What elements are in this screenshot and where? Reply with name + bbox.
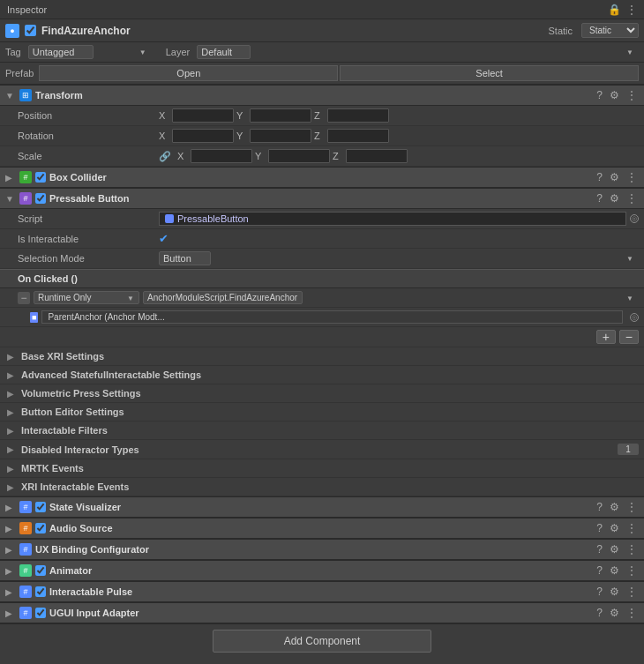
transform-settings-icon[interactable]: ⚙ [608,89,621,101]
box-collider-menu-icon[interactable]: ⋮ [625,171,639,183]
component-action-4-0[interactable]: ? [595,586,604,598]
prefab-open-button[interactable]: Open [39,65,338,81]
component-row-1: ▶#Audio Source?⚙⋮ [0,518,644,539]
add-component-row: Add Component [0,623,644,658]
selection-mode-label: Selection Mode [18,253,159,264]
component-action-0-1[interactable]: ⚙ [608,501,621,513]
add-event-button[interactable]: + [596,330,616,344]
transform-help-icon[interactable]: ? [595,89,604,101]
box-collider-arrow[interactable]: ▶ [5,173,16,183]
position-y-input[interactable]: 0.025 [250,108,311,123]
component-action-2-2[interactable]: ⋮ [625,543,639,556]
component-actions-0: ?⚙⋮ [595,501,639,513]
scale-x-input[interactable]: 1 [191,149,252,163]
runtime-only-dropdown[interactable]: Runtime Only Editor And Runtime [34,291,139,304]
layer-dropdown[interactable]: Default [197,45,251,59]
pressable-button-title: Pressable Button [49,193,591,204]
pressable-button-checkbox[interactable] [35,193,46,204]
base-xri-settings-item[interactable]: ▶ Base XRI Settings [0,347,644,366]
component-action-5-1[interactable]: ⚙ [608,607,621,619]
scale-y-input[interactable]: 1 [268,149,330,163]
box-collider-help-icon[interactable]: ? [595,171,604,183]
box-collider-checkbox[interactable] [35,172,46,183]
component-action-5-0[interactable]: ? [595,607,604,619]
remove-event-button[interactable]: − [619,330,639,344]
component-action-0-0[interactable]: ? [595,501,604,513]
volumetric-press-item[interactable]: ▶ Volumetric Press Settings [0,384,644,403]
xri-events-label: XRI Interactable Events [21,481,639,492]
component-icon-5: # [19,607,32,619]
component-action-5-2[interactable]: ⋮ [625,607,639,619]
component-arrow-2[interactable]: ▶ [5,545,16,555]
prefab-row: Prefab Open Select [0,63,644,85]
component-action-3-1[interactable]: ⚙ [608,564,621,577]
obj-ref-target-icon[interactable]: ◎ [630,313,639,322]
button-editor-item[interactable]: ▶ Button Editor Settings [0,403,644,422]
component-arrow-4[interactable]: ▶ [5,587,16,597]
transform-arrow[interactable]: ▼ [5,91,16,101]
event-remove-button[interactable]: − [18,292,30,304]
component-action-4-1[interactable]: ⚙ [608,586,621,598]
transform-menu-icon[interactable]: ⋮ [625,89,639,101]
rotation-y-input[interactable]: 0 [250,129,311,143]
is-interactable-label: Is Interactable [18,234,159,244]
inspector-panel: ● FindAzureAnchor Static Nothing Static … [0,19,644,664]
box-collider-section-header: ▶ # Box Collider ? ⚙ ⋮ [0,167,644,188]
scale-lock-icon[interactable]: 🔗 [159,151,171,162]
component-action-1-2[interactable]: ⋮ [625,522,639,534]
rotation-z-input[interactable]: 0 [327,129,389,143]
menu-icon[interactable]: ⋮ [626,4,637,16]
component-checkbox-5[interactable] [35,608,46,618]
pressable-button-arrow[interactable]: ▼ [5,194,16,204]
advanced-stateful-item[interactable]: ▶ Advanced StatefulInteractable Settings [0,366,644,384]
pressable-button-section-header: ▼ # Pressable Button ? ⚙ ⋮ [0,188,644,209]
component-checkbox-0[interactable] [35,502,46,512]
add-component-button[interactable]: Add Component [213,630,432,653]
selection-mode-dropdown[interactable]: Button Toggle [159,251,211,265]
position-z-input[interactable]: 0 [327,108,389,123]
component-title-4: Interactable Pulse [49,586,591,597]
component-action-2-0[interactable]: ? [595,543,604,556]
function-dropdown[interactable]: AnchorModuleScript.FindAzureAnchor [143,291,303,304]
component-action-3-0[interactable]: ? [595,564,604,577]
pressable-button-menu-icon[interactable]: ⋮ [625,192,639,205]
scale-z-input[interactable]: 1 [346,149,408,163]
component-actions-3: ?⚙⋮ [595,564,639,577]
component-action-0-2[interactable]: ⋮ [625,501,639,513]
component-arrow-0[interactable]: ▶ [5,503,16,512]
object-name: FindAzureAnchor [41,25,543,37]
component-action-1-0[interactable]: ? [595,522,604,534]
component-checkbox-1[interactable] [35,523,46,533]
component-row-3: ▶#Animator?⚙⋮ [0,560,644,581]
component-arrow-5[interactable]: ▶ [5,608,16,618]
rotation-label: Rotation [18,131,159,141]
tag-dropdown[interactable]: Untagged [28,45,94,59]
pressable-button-help-icon[interactable]: ? [595,192,604,205]
component-action-2-1[interactable]: ⚙ [608,543,621,556]
lock-icon[interactable]: 🔒 [608,4,621,16]
interactable-filters-item[interactable]: ▶ Interactable Filters [0,422,644,440]
component-arrow-1[interactable]: ▶ [5,524,16,533]
disabled-interactor-types-item[interactable]: ▶ Disabled Interactor Types 1 [0,440,644,459]
component-arrow-3[interactable]: ▶ [5,566,16,576]
xri-interactable-events-item[interactable]: ▶ XRI Interactable Events [0,478,644,496]
component-action-4-2[interactable]: ⋮ [625,586,639,598]
static-dropdown[interactable]: Nothing Static [581,23,639,38]
component-action-3-2[interactable]: ⋮ [625,564,639,577]
script-target-icon[interactable]: ◎ [630,214,639,223]
on-clicked-label: On Clicked () [18,273,78,284]
prefab-select-button[interactable]: Select [340,65,639,81]
component-checkbox-4[interactable] [35,586,46,597]
component-actions-2: ?⚙⋮ [595,543,639,556]
component-checkbox-3[interactable] [35,565,46,576]
is-interactable-checkbox[interactable]: ✔ [159,232,168,245]
script-dot-icon [165,214,174,223]
position-x-input[interactable]: 0.045 [172,108,234,123]
mrtk-events-item[interactable]: ▶ MRTK Events [0,459,644,478]
advanced-stateful-label: Advanced StatefulInteractable Settings [21,369,639,380]
component-action-1-1[interactable]: ⚙ [608,522,621,534]
rotation-x-input[interactable]: 0 [172,129,234,143]
object-active-checkbox[interactable] [25,25,36,36]
pressable-button-settings-icon[interactable]: ⚙ [608,192,621,205]
box-collider-settings-icon[interactable]: ⚙ [608,171,621,183]
